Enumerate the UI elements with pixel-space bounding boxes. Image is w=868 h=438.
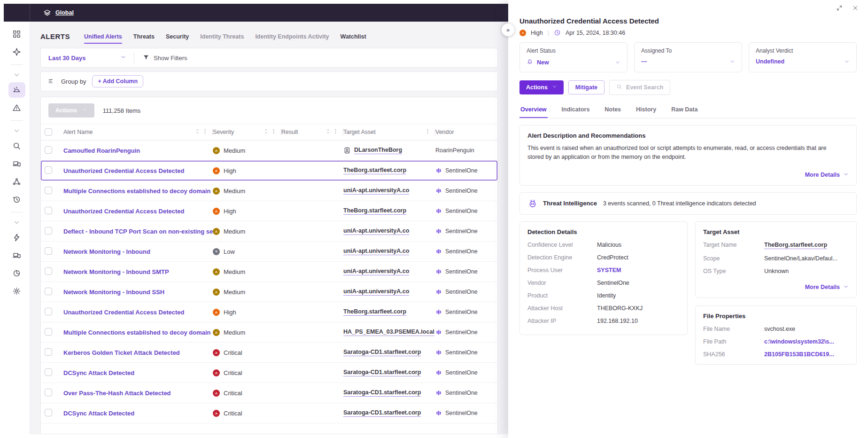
alert-name-link[interactable]: Network Monitoring - Inbound SMTP (63, 268, 213, 275)
target-asset-link[interactable]: HA_PS_EMEA_03.PSEMEA.local (343, 328, 434, 336)
table-row[interactable]: Over Pass-The-Hash Attack DetectedCritic… (41, 383, 497, 403)
event-search-button[interactable]: Event Search (609, 80, 670, 95)
row-checkbox[interactable] (45, 288, 52, 295)
row-checkbox[interactable] (45, 368, 52, 376)
alert-name-link[interactable]: Over Pass-The-Hash Attack Detected (63, 390, 213, 397)
table-row[interactable]: DCSync Attack DetectedCriticalSaratoga-C… (41, 363, 497, 383)
target-asset-link[interactable]: uniA-apt.universityA.co (343, 268, 409, 275)
row-checkbox[interactable] (45, 389, 52, 396)
close-panel-icon[interactable] (852, 5, 859, 11)
sentinelone-logo-icon[interactable] (4, 4, 30, 22)
table-row[interactable]: Unauthorized Credential Access DetectedH… (41, 201, 497, 221)
column-header-result[interactable]: Result (281, 124, 343, 140)
sidebar-item-search[interactable] (8, 138, 25, 154)
kebab-menu-icon[interactable] (425, 128, 431, 136)
target-asset-link[interactable]: TheBorg.starfleet.corp (343, 308, 406, 316)
row-checkbox[interactable] (45, 409, 52, 416)
detail-value[interactable]: SYSTEM (597, 267, 621, 274)
sidebar-item-pinwheel[interactable] (8, 44, 25, 60)
target-asset-link[interactable]: DLarsonTheBorg (354, 147, 402, 154)
alert-name-link[interactable]: Network Monitoring - Inbound SSH (63, 289, 213, 296)
alert-name-link[interactable]: DCSync Attack Detected (63, 410, 213, 417)
table-row[interactable]: Multiple Connections established to deco… (41, 322, 497, 343)
status-card-alert-status[interactable]: Alert StatusNew (519, 42, 628, 72)
target-asset-link[interactable]: uniA-apt.universityA.co (343, 187, 409, 195)
scope-selector[interactable]: Global (43, 9, 74, 17)
detail-value[interactable]: c:\windows\system32\s... (764, 338, 834, 345)
table-row[interactable]: Deflect - Inbound TCP Port Scan on non-e… (41, 221, 497, 242)
sort-icon[interactable] (325, 128, 331, 136)
table-row[interactable]: Network Monitoring - Inbound SMTPMediumu… (41, 262, 497, 282)
row-checkbox[interactable] (45, 146, 52, 154)
panel-tab-indicators[interactable]: Indicators (561, 102, 591, 118)
row-checkbox[interactable] (45, 348, 52, 356)
kebab-menu-icon[interactable] (271, 128, 277, 136)
alert-name-link[interactable]: Network Monitoring - Inbound (63, 248, 213, 255)
row-checkbox[interactable] (45, 207, 52, 214)
column-header-target-asset[interactable]: Target Asset (343, 124, 435, 140)
chevron-down-icon[interactable] (844, 59, 850, 64)
column-header-alert-name[interactable]: Alert Name (63, 124, 213, 140)
target-asset-link[interactable]: Saratoga-CD1.starfleet.corp (343, 349, 421, 356)
tab-watchlist[interactable]: Watchlist (341, 29, 366, 43)
table-row[interactable]: DCSync Attack DetectedCriticalSaratoga-C… (41, 403, 497, 423)
table-row[interactable]: Network Monitoring - Inbound SSHMediumun… (41, 282, 497, 302)
table-row[interactable]: Camoufled RoarinPenguinMediumDLarsonTheB… (41, 141, 497, 161)
sidebar-item-alerts-siren[interactable] (8, 82, 25, 98)
table-row[interactable]: Kerberos Golden Ticket Attack DetectedCr… (41, 343, 497, 363)
sidebar-item-devices[interactable] (8, 248, 25, 263)
sidebar-item-history[interactable] (8, 192, 25, 207)
row-checkbox[interactable] (45, 267, 52, 275)
tab-identity-endpoints-activity[interactable]: Identity Endpoints Activity (255, 29, 329, 43)
tab-unified-alerts[interactable]: Unified Alerts (84, 29, 122, 43)
alert-name-link[interactable]: Unauthorized Credential Access Detected (63, 208, 213, 215)
target-asset-link[interactable]: uniA-apt.universityA.co (343, 288, 409, 296)
sidebar-item-chevron-down[interactable] (8, 125, 25, 136)
tab-threats[interactable]: Threats (133, 29, 155, 43)
panel-tab-overview[interactable]: Overview (519, 102, 548, 118)
alert-name-link[interactable]: Camoufled RoarinPenguin (63, 147, 213, 154)
actions-button[interactable]: Actions (519, 80, 564, 94)
sidebar-item-gear[interactable] (8, 283, 25, 299)
mitigate-button[interactable]: Mitigate (568, 80, 604, 94)
alert-name-link[interactable]: Multiple Connections established to deco… (63, 188, 213, 195)
panel-tab-notes[interactable]: Notes (604, 102, 622, 118)
add-column-button[interactable]: + Add Column (92, 75, 143, 87)
alert-name-link[interactable]: Multiple Connections established to deco… (63, 329, 213, 336)
detail-value[interactable]: TheBorg.starfleet.corp (764, 242, 827, 249)
row-checkbox[interactable] (45, 187, 52, 194)
panel-tab-raw-data[interactable]: Raw Data (670, 102, 698, 118)
row-checkbox[interactable] (45, 247, 52, 255)
detail-value[interactable]: 2B105FB153B1BCD619... (764, 351, 834, 358)
row-checkbox[interactable] (45, 328, 52, 336)
table-actions-button[interactable]: Actions (48, 103, 94, 117)
chevron-down-icon[interactable] (615, 60, 620, 65)
sidebar-item-lightning[interactable] (8, 230, 25, 245)
panel-collapse-button[interactable]: » (502, 23, 514, 36)
row-checkbox[interactable] (45, 227, 52, 235)
target-asset-link[interactable]: TheBorg.starfleet.corp (343, 167, 406, 174)
target-asset-link[interactable]: uniA-apt.universityA.co (343, 248, 409, 255)
table-row[interactable]: Network Monitoring - InboundLowuniA-apt.… (41, 242, 497, 262)
table-row[interactable]: Multiple Connections established to deco… (41, 181, 497, 201)
chevron-down-icon[interactable] (729, 59, 735, 64)
sidebar-item-risk-triangle[interactable] (8, 100, 25, 116)
alert-name-link[interactable]: Unauthorized Credential Access Detected (63, 167, 213, 174)
sort-icon[interactable] (263, 128, 269, 136)
select-all-checkbox[interactable] (45, 128, 52, 136)
kebab-menu-icon[interactable] (333, 128, 339, 136)
row-checkbox[interactable] (45, 308, 52, 315)
sidebar-item-chevron-down[interactable] (8, 70, 25, 80)
description-more-details[interactable]: More Details (527, 172, 849, 179)
alert-name-link[interactable]: Deflect - Inbound TCP Port Scan on non-e… (63, 228, 213, 235)
target-asset-link[interactable]: TheBorg.starfleet.corp (343, 207, 406, 215)
panel-tab-history[interactable]: History (635, 102, 657, 118)
expand-panel-icon[interactable] (836, 5, 843, 11)
alert-name-link[interactable]: DCSync Attack Detected (63, 369, 213, 376)
column-header-vendor[interactable]: Vendor (435, 124, 497, 140)
sort-icon[interactable] (194, 128, 201, 136)
target-asset-more-details[interactable]: More Details (703, 284, 849, 291)
target-asset-link[interactable]: Saratoga-CD1.starfleet.corp (343, 369, 421, 376)
sidebar-item-graph[interactable] (8, 174, 25, 189)
column-header-severity[interactable]: Severity (213, 124, 281, 140)
